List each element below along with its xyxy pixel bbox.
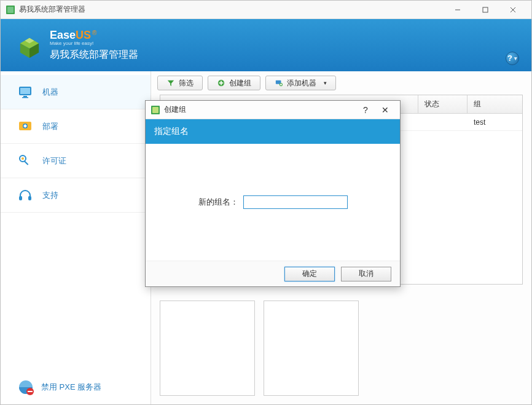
dialog-close-button[interactable]: ✕ (375, 103, 395, 117)
dialog-banner: 指定组名 (146, 119, 400, 144)
sidebar: 机器 部署 许可证 支持 (1, 71, 151, 404)
dialog-titlebar: 创建组 ? ✕ (146, 101, 400, 119)
dialog-icon (151, 105, 160, 115)
svg-rect-1 (7, 7, 14, 13)
add-machine-button[interactable]: 添加机器 ▾ (265, 76, 336, 90)
card-row (151, 301, 531, 404)
brand-reg-icon: ® (92, 29, 96, 36)
chevron-down-icon: ▾ (514, 55, 517, 61)
preview-card (160, 301, 255, 396)
brand-text: EaseUS® Make your life easy! 易我系统部署管理器 (50, 29, 138, 61)
preview-card (264, 301, 359, 396)
dialog-title: 创建组 (164, 104, 356, 115)
group-name-label: 新的组名： (198, 197, 238, 208)
sidebar-item-deploy[interactable]: 部署 (1, 109, 151, 144)
svg-rect-3 (483, 7, 488, 12)
sidebar-item-label: 许可证 (42, 155, 66, 167)
create-group-button[interactable]: 创建组 (208, 76, 260, 90)
brand-ease: Ease (50, 29, 76, 41)
headset-icon (18, 188, 33, 203)
sidebar-item-support[interactable]: 支持 (1, 178, 151, 213)
chevron-down-icon: ▾ (324, 80, 327, 86)
svg-rect-24 (28, 391, 33, 392)
sidebar-disable-pxe[interactable]: 禁用 PXE 服务器 (1, 370, 151, 404)
svg-rect-13 (22, 97, 28, 98)
window-controls (444, 1, 526, 18)
add-machine-label: 添加机器 (287, 78, 316, 88)
create-group-label: 创建组 (229, 78, 251, 88)
ok-button[interactable]: 确定 (284, 267, 335, 281)
svg-point-19 (22, 157, 24, 160)
logo-cube-icon (18, 36, 41, 60)
help-icon: ? (507, 53, 512, 63)
window-title: 易我系统部署管理器 (19, 4, 444, 15)
dialog-help-button[interactable]: ? (356, 103, 375, 117)
svg-rect-11 (20, 88, 30, 94)
dialog-body: 新的组名： (146, 144, 400, 261)
sidebar-item-label: 支持 (42, 190, 58, 201)
dialog-footer: 确定 取消 (146, 261, 400, 286)
col-group: 组 (467, 95, 522, 113)
app-header: EaseUS® Make your life easy! 易我系统部署管理器 ?… (1, 19, 531, 71)
brand-name: EaseUS® (50, 29, 138, 42)
key-icon (18, 154, 33, 168)
sidebar-item-label: 部署 (42, 121, 58, 132)
svg-marker-25 (168, 81, 174, 86)
globe-stop-icon (18, 379, 34, 395)
brand-us: US (76, 29, 91, 41)
svg-rect-18 (24, 160, 29, 165)
svg-rect-12 (23, 96, 27, 97)
svg-rect-32 (280, 84, 282, 85)
svg-rect-21 (28, 196, 31, 200)
filter-icon (166, 79, 175, 87)
add-machine-icon (275, 79, 283, 87)
svg-rect-20 (19, 196, 22, 200)
group-name-input[interactable] (243, 195, 348, 209)
app-subtitle: 易我系统部署管理器 (50, 49, 138, 61)
brand-tagline: Make your life easy! (50, 41, 138, 46)
sidebar-item-machines[interactable]: 机器 (1, 75, 151, 109)
app-icon (6, 5, 15, 15)
close-button[interactable] (499, 1, 526, 18)
deploy-icon (18, 119, 33, 134)
brand-block: EaseUS® Make your life easy! 易我系统部署管理器 (18, 29, 138, 61)
help-button[interactable]: ? ▾ (506, 52, 519, 65)
sidebar-spacer (1, 213, 151, 370)
minimize-button[interactable] (444, 1, 471, 18)
maximize-button[interactable] (471, 1, 499, 18)
plus-icon (217, 79, 225, 87)
svg-rect-34 (152, 107, 158, 113)
svg-rect-28 (219, 82, 224, 84)
filter-button[interactable]: 筛选 (157, 76, 203, 90)
toolbar: 筛选 创建组 添加机器 ▾ (151, 71, 531, 95)
window-titlebar: 易我系统部署管理器 (1, 1, 531, 19)
cell-status (418, 114, 467, 130)
filter-label: 筛选 (179, 78, 194, 88)
sidebar-item-label: 机器 (42, 87, 58, 98)
sidebar-item-license[interactable]: 许可证 (1, 144, 151, 178)
cell-group: test (467, 114, 522, 130)
col-status: 状态 (418, 95, 467, 113)
monitor-icon (18, 85, 33, 100)
cancel-button[interactable]: 取消 (341, 267, 391, 281)
create-group-dialog: 创建组 ? ✕ 指定组名 新的组名： 确定 取消 (145, 100, 401, 287)
sidebar-footer-label: 禁用 PXE 服务器 (41, 382, 101, 393)
